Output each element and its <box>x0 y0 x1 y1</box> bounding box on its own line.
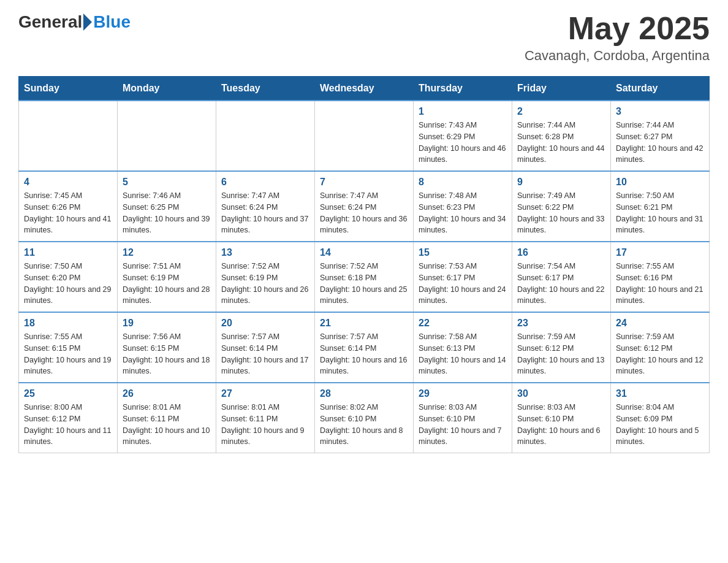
day-number: 16 <box>517 247 605 258</box>
day-number: 6 <box>221 177 309 188</box>
month-title: May 2025 <box>525 12 710 44</box>
logo: General Blue <box>18 12 131 32</box>
title-section: May 2025 Cavanagh, Cordoba, Argentina <box>525 12 710 64</box>
day-number: 21 <box>320 318 408 329</box>
day-number: 11 <box>24 247 112 258</box>
day-number: 1 <box>419 106 507 117</box>
calendar-cell: 17Sunrise: 7:55 AMSunset: 6:16 PMDayligh… <box>611 242 710 312</box>
logo-blue-text: Blue <box>93 12 131 32</box>
calendar-cell: 18Sunrise: 7:55 AMSunset: 6:15 PMDayligh… <box>19 312 118 383</box>
calendar-cell: 4Sunrise: 7:45 AMSunset: 6:26 PMDaylight… <box>19 171 118 242</box>
week-row-4: 18Sunrise: 7:55 AMSunset: 6:15 PMDayligh… <box>19 312 710 383</box>
day-info: Sunrise: 7:53 AMSunset: 6:17 PMDaylight:… <box>419 261 507 307</box>
calendar-header-row: Sunday Monday Tuesday Wednesday Thursday… <box>19 77 710 101</box>
day-number: 12 <box>123 247 211 258</box>
day-number: 13 <box>221 247 309 258</box>
calendar-cell <box>19 101 118 171</box>
day-info: Sunrise: 7:55 AMSunset: 6:15 PMDaylight:… <box>24 331 112 377</box>
calendar-cell: 11Sunrise: 7:50 AMSunset: 6:20 PMDayligh… <box>19 242 118 312</box>
calendar-cell <box>315 101 414 171</box>
day-number: 9 <box>517 177 605 188</box>
day-number: 31 <box>616 388 704 399</box>
day-number: 22 <box>419 318 507 329</box>
day-info: Sunrise: 7:52 AMSunset: 6:18 PMDaylight:… <box>320 261 408 307</box>
day-number: 10 <box>616 177 704 188</box>
week-row-1: 1Sunrise: 7:43 AMSunset: 6:29 PMDaylight… <box>19 101 710 171</box>
calendar-cell: 21Sunrise: 7:57 AMSunset: 6:14 PMDayligh… <box>315 312 414 383</box>
day-info: Sunrise: 7:56 AMSunset: 6:15 PMDaylight:… <box>123 331 211 377</box>
day-info: Sunrise: 7:59 AMSunset: 6:12 PMDaylight:… <box>517 331 605 377</box>
logo-arrow-icon <box>83 13 92 31</box>
calendar-cell <box>216 101 315 171</box>
calendar-cell: 5Sunrise: 7:46 AMSunset: 6:25 PMDaylight… <box>118 171 216 242</box>
day-number: 15 <box>419 247 507 258</box>
day-info: Sunrise: 8:03 AMSunset: 6:10 PMDaylight:… <box>517 402 605 448</box>
calendar-cell: 23Sunrise: 7:59 AMSunset: 6:12 PMDayligh… <box>512 312 611 383</box>
day-info: Sunrise: 7:55 AMSunset: 6:16 PMDaylight:… <box>616 261 704 307</box>
day-number: 2 <box>517 106 605 117</box>
col-header-wednesday: Wednesday <box>315 77 414 101</box>
day-number: 30 <box>517 388 605 399</box>
calendar-cell: 10Sunrise: 7:50 AMSunset: 6:21 PMDayligh… <box>611 171 710 242</box>
calendar-table: Sunday Monday Tuesday Wednesday Thursday… <box>18 76 710 453</box>
calendar-cell: 27Sunrise: 8:01 AMSunset: 6:11 PMDayligh… <box>216 383 315 453</box>
day-number: 26 <box>123 388 211 399</box>
day-info: Sunrise: 7:50 AMSunset: 6:21 PMDaylight:… <box>616 190 704 236</box>
calendar-cell: 7Sunrise: 7:47 AMSunset: 6:24 PMDaylight… <box>315 171 414 242</box>
col-header-thursday: Thursday <box>414 77 512 101</box>
week-row-5: 25Sunrise: 8:00 AMSunset: 6:12 PMDayligh… <box>19 383 710 453</box>
day-number: 25 <box>24 388 112 399</box>
day-number: 17 <box>616 247 704 258</box>
calendar-cell: 30Sunrise: 8:03 AMSunset: 6:10 PMDayligh… <box>512 383 611 453</box>
calendar-cell: 29Sunrise: 8:03 AMSunset: 6:10 PMDayligh… <box>414 383 512 453</box>
calendar-cell: 24Sunrise: 7:59 AMSunset: 6:12 PMDayligh… <box>611 312 710 383</box>
location-text: Cavanagh, Cordoba, Argentina <box>525 48 710 64</box>
day-number: 29 <box>419 388 507 399</box>
calendar-cell: 3Sunrise: 7:44 AMSunset: 6:27 PMDaylight… <box>611 101 710 171</box>
day-info: Sunrise: 7:48 AMSunset: 6:23 PMDaylight:… <box>419 190 507 236</box>
day-info: Sunrise: 8:02 AMSunset: 6:10 PMDaylight:… <box>320 402 408 448</box>
col-header-sunday: Sunday <box>19 77 118 101</box>
day-number: 7 <box>320 177 408 188</box>
day-info: Sunrise: 8:00 AMSunset: 6:12 PMDaylight:… <box>24 402 112 448</box>
logo-general-text: General <box>18 12 82 32</box>
day-info: Sunrise: 7:50 AMSunset: 6:20 PMDaylight:… <box>24 261 112 307</box>
day-info: Sunrise: 7:51 AMSunset: 6:19 PMDaylight:… <box>123 261 211 307</box>
calendar-cell <box>118 101 216 171</box>
day-info: Sunrise: 7:46 AMSunset: 6:25 PMDaylight:… <box>123 190 211 236</box>
calendar-cell: 8Sunrise: 7:48 AMSunset: 6:23 PMDaylight… <box>414 171 512 242</box>
calendar-cell: 13Sunrise: 7:52 AMSunset: 6:19 PMDayligh… <box>216 242 315 312</box>
day-info: Sunrise: 7:58 AMSunset: 6:13 PMDaylight:… <box>419 331 507 377</box>
calendar-cell: 28Sunrise: 8:02 AMSunset: 6:10 PMDayligh… <box>315 383 414 453</box>
day-number: 20 <box>221 318 309 329</box>
col-header-friday: Friday <box>512 77 611 101</box>
day-info: Sunrise: 7:57 AMSunset: 6:14 PMDaylight:… <box>221 331 309 377</box>
day-number: 3 <box>616 106 704 117</box>
calendar-cell: 19Sunrise: 7:56 AMSunset: 6:15 PMDayligh… <box>118 312 216 383</box>
calendar-cell: 26Sunrise: 8:01 AMSunset: 6:11 PMDayligh… <box>118 383 216 453</box>
day-info: Sunrise: 7:44 AMSunset: 6:27 PMDaylight:… <box>616 120 704 166</box>
day-info: Sunrise: 7:52 AMSunset: 6:19 PMDaylight:… <box>221 261 309 307</box>
day-info: Sunrise: 7:44 AMSunset: 6:28 PMDaylight:… <box>517 120 605 166</box>
day-info: Sunrise: 8:01 AMSunset: 6:11 PMDaylight:… <box>123 402 211 448</box>
calendar-cell: 16Sunrise: 7:54 AMSunset: 6:17 PMDayligh… <box>512 242 611 312</box>
calendar-cell: 9Sunrise: 7:49 AMSunset: 6:22 PMDaylight… <box>512 171 611 242</box>
day-number: 24 <box>616 318 704 329</box>
day-number: 27 <box>221 388 309 399</box>
calendar-cell: 2Sunrise: 7:44 AMSunset: 6:28 PMDaylight… <box>512 101 611 171</box>
day-info: Sunrise: 7:54 AMSunset: 6:17 PMDaylight:… <box>517 261 605 307</box>
calendar-cell: 15Sunrise: 7:53 AMSunset: 6:17 PMDayligh… <box>414 242 512 312</box>
calendar-cell: 20Sunrise: 7:57 AMSunset: 6:14 PMDayligh… <box>216 312 315 383</box>
day-number: 5 <box>123 177 211 188</box>
day-info: Sunrise: 7:47 AMSunset: 6:24 PMDaylight:… <box>320 190 408 236</box>
calendar-cell: 22Sunrise: 7:58 AMSunset: 6:13 PMDayligh… <box>414 312 512 383</box>
page-header: General Blue May 2025 Cavanagh, Cordoba,… <box>18 12 710 64</box>
day-info: Sunrise: 8:04 AMSunset: 6:09 PMDaylight:… <box>616 402 704 448</box>
day-info: Sunrise: 7:47 AMSunset: 6:24 PMDaylight:… <box>221 190 309 236</box>
col-header-tuesday: Tuesday <box>216 77 315 101</box>
calendar-cell: 25Sunrise: 8:00 AMSunset: 6:12 PMDayligh… <box>19 383 118 453</box>
week-row-2: 4Sunrise: 7:45 AMSunset: 6:26 PMDaylight… <box>19 171 710 242</box>
day-info: Sunrise: 7:59 AMSunset: 6:12 PMDaylight:… <box>616 331 704 377</box>
day-number: 19 <box>123 318 211 329</box>
week-row-3: 11Sunrise: 7:50 AMSunset: 6:20 PMDayligh… <box>19 242 710 312</box>
